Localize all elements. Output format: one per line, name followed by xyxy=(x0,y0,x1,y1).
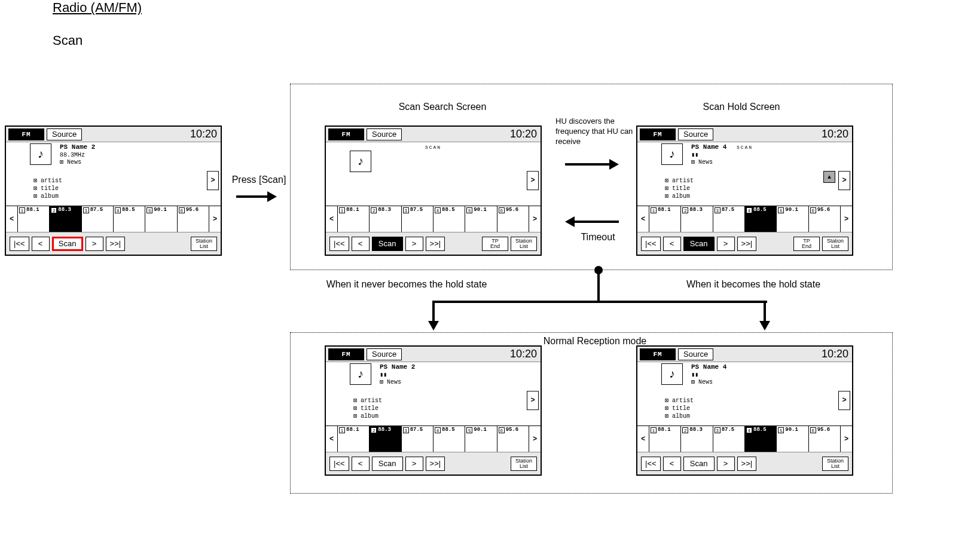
preset-cell[interactable]: 387.5 xyxy=(713,206,745,232)
tp-end-button[interactable]: TPEnd xyxy=(482,237,508,251)
preset-cell[interactable]: 188.1 xyxy=(649,206,681,232)
preset-cell[interactable]: 488.5 xyxy=(745,426,777,452)
next-button[interactable]: > xyxy=(405,457,423,471)
preset-prev[interactable]: < xyxy=(637,206,649,232)
preset-cell[interactable]: 590.1 xyxy=(777,206,808,232)
preset-cell[interactable]: 695.6 xyxy=(809,206,840,232)
preset-cell[interactable]: 188.1 xyxy=(338,426,370,452)
band-indicator: FM xyxy=(8,128,44,140)
preset-cell[interactable]: 695.6 xyxy=(497,206,529,232)
side-next-button[interactable]: > xyxy=(527,391,539,410)
side-next-button[interactable]: > xyxy=(527,171,539,190)
last-button[interactable]: >>| xyxy=(737,457,757,471)
preset-cell[interactable]: 288.3 xyxy=(681,206,713,232)
preset-cell[interactable]: 288.3 xyxy=(50,206,81,232)
preset-cell[interactable]: 387.5 xyxy=(82,206,114,232)
meta-album: album xyxy=(665,192,694,200)
preset-cell[interactable]: 488.5 xyxy=(433,206,465,232)
source-button[interactable]: Source xyxy=(47,128,82,140)
ps-name: PS Name 4 xyxy=(691,363,726,372)
preset-next[interactable]: > xyxy=(209,206,221,232)
next-button[interactable]: > xyxy=(717,457,735,471)
preset-cell[interactable]: 188.1 xyxy=(338,206,370,232)
scroll-up-button[interactable]: ▲ xyxy=(823,171,835,183)
side-next-button[interactable]: > xyxy=(838,391,850,410)
clock: 10:20 xyxy=(510,128,537,140)
side-next-button[interactable]: > xyxy=(838,171,850,190)
screen-after-never-hold: FM Source 10:20 ♪ PS Name 2 ▮▮ News arti… xyxy=(325,345,542,476)
side-next-button[interactable]: > xyxy=(207,171,219,190)
last-button[interactable]: >>| xyxy=(426,237,445,251)
prev-button[interactable]: < xyxy=(352,237,370,251)
source-button[interactable]: Source xyxy=(367,348,402,360)
preset-cell[interactable]: 590.1 xyxy=(777,426,808,452)
preset-prev[interactable]: < xyxy=(637,426,649,452)
preset-cell[interactable]: 695.6 xyxy=(809,426,840,452)
music-note-icon: ♪ xyxy=(350,363,371,385)
screen-scan-hold: FM Source 10:20 SCAN ♪ PS Name 4 ▮▮ News… xyxy=(636,125,853,256)
station-list-button[interactable]: StationList xyxy=(511,237,537,251)
first-button[interactable]: |<< xyxy=(329,457,349,471)
preset-prev[interactable]: < xyxy=(326,206,338,232)
preset-cell[interactable]: 188.1 xyxy=(18,206,50,232)
preset-cell[interactable]: 590.1 xyxy=(465,206,497,232)
preset-next[interactable]: > xyxy=(529,206,541,232)
ps-name: PS Name 2 xyxy=(60,143,95,152)
preset-next[interactable]: > xyxy=(840,206,852,232)
preset-cell[interactable]: 695.6 xyxy=(178,206,209,232)
first-button[interactable]: |<< xyxy=(641,457,661,471)
preset-cell[interactable]: 288.3 xyxy=(370,426,401,452)
preset-cell[interactable]: 387.5 xyxy=(713,426,745,452)
last-button[interactable]: >>| xyxy=(737,237,757,251)
scan-button[interactable]: Scan xyxy=(683,457,715,471)
preset-cell[interactable]: 188.1 xyxy=(649,426,681,452)
preset-cell[interactable]: 387.5 xyxy=(402,206,433,232)
prev-button[interactable]: < xyxy=(663,457,681,471)
pty: News xyxy=(380,379,415,387)
source-button[interactable]: Source xyxy=(678,128,713,140)
first-button[interactable]: |<< xyxy=(10,237,29,251)
prev-button[interactable]: < xyxy=(663,237,681,251)
preset-cell[interactable]: 488.5 xyxy=(114,206,145,232)
preset-next[interactable]: > xyxy=(840,426,852,452)
preset-cell[interactable]: 488.5 xyxy=(745,206,777,232)
scan-button[interactable]: Scan xyxy=(372,457,403,471)
preset-cell[interactable]: 590.1 xyxy=(465,426,497,452)
next-button[interactable]: > xyxy=(717,237,735,251)
next-button[interactable]: > xyxy=(86,237,103,251)
preset-cell[interactable]: 288.3 xyxy=(681,426,713,452)
branch-stem xyxy=(597,270,600,303)
preset-cell[interactable]: 387.5 xyxy=(402,426,433,452)
preset-cell[interactable]: 288.3 xyxy=(370,206,401,232)
preset-cell[interactable]: 488.5 xyxy=(433,426,465,452)
scan-button[interactable]: Scan xyxy=(52,237,83,251)
meta-title: title xyxy=(665,185,694,192)
pty: News xyxy=(691,159,726,167)
clock: 10:20 xyxy=(822,348,848,360)
last-button[interactable]: >>| xyxy=(426,457,445,471)
arrow-press-scan xyxy=(236,191,277,202)
first-button[interactable]: |<< xyxy=(641,237,661,251)
first-button[interactable]: |<< xyxy=(329,237,349,251)
station-list-button[interactable]: StationList xyxy=(822,457,848,471)
station-list-button[interactable]: StationList xyxy=(511,457,537,471)
preset-next[interactable]: > xyxy=(529,426,541,452)
scan-button[interactable]: Scan xyxy=(372,237,403,251)
ps-name: PS Name 2 xyxy=(380,363,415,372)
scan-button[interactable]: Scan xyxy=(683,237,715,251)
preset-cell[interactable]: 695.6 xyxy=(497,426,529,452)
source-button[interactable]: Source xyxy=(367,128,402,140)
next-button[interactable]: > xyxy=(405,237,423,251)
preset-prev[interactable]: < xyxy=(6,206,18,232)
preset-prev[interactable]: < xyxy=(326,426,338,452)
prev-button[interactable]: < xyxy=(352,457,370,471)
preset-cell[interactable]: 590.1 xyxy=(145,206,177,232)
prev-button[interactable]: < xyxy=(32,237,50,251)
arrow-down-left xyxy=(431,301,436,330)
source-button[interactable]: Source xyxy=(678,348,713,360)
station-list-button[interactable]: StationList xyxy=(191,237,217,251)
station-list-button[interactable]: StationList xyxy=(822,237,848,251)
tp-end-button[interactable]: TPEnd xyxy=(793,237,820,251)
hu-discover-label: HU discovers the frequency that HU can r… xyxy=(555,117,633,147)
last-button[interactable]: >>| xyxy=(106,237,126,251)
